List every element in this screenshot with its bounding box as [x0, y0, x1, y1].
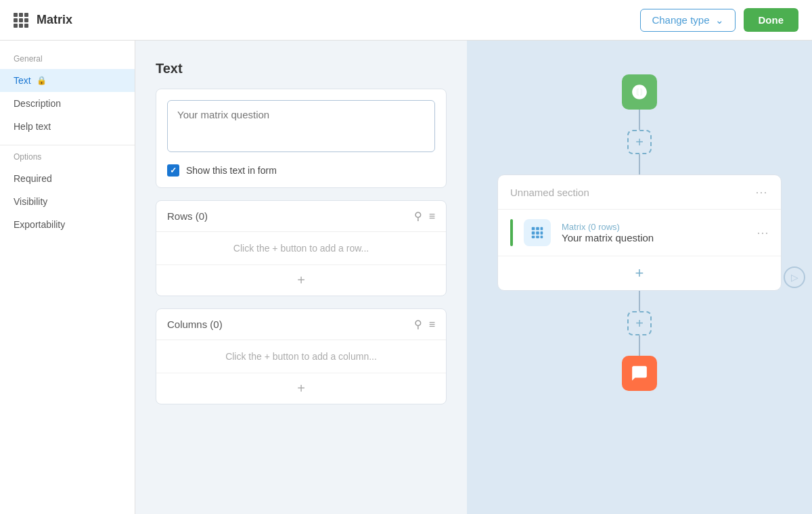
done-button[interactable]: Done — [744, 8, 799, 32]
svg-rect-4 — [541, 227, 543, 231]
options-section-label: Options — [0, 152, 135, 167]
svg-rect-10 — [541, 236, 543, 239]
matrix-item-title: Your matrix question — [562, 232, 746, 243]
change-type-label: Change type — [652, 14, 709, 26]
sidebar-item-description[interactable]: Description — [0, 92, 135, 115]
svg-rect-0 — [637, 89, 639, 95]
unnamed-section-block: Unnamed section ⋯ — [497, 174, 782, 291]
editor-panel: Text Show this text in form Rows (0) ⚲ ≡… — [135, 41, 467, 514]
flow-connector-4 — [639, 335, 640, 356]
flow-container: + Unnamed section ⋯ — [497, 74, 782, 391]
general-section-label: General — [0, 54, 135, 69]
section-plus-icon: + — [635, 264, 644, 281]
main-content: General Text 🔒 Description Help text Opt… — [0, 41, 812, 514]
columns-card: Columns (0) ⚲ ≡ Click the + button to ad… — [156, 308, 447, 404]
app-grid-icon — [14, 13, 28, 28]
columns-hint: Click the + button to add a column... — [156, 340, 446, 373]
rows-sort-icon[interactable]: ⚲ — [414, 211, 422, 222]
flow-connector-1 — [639, 110, 640, 130]
required-label: Required — [14, 173, 52, 184]
sidebar-description-label: Description — [14, 98, 61, 109]
text-card-body: Show this text in form — [156, 89, 446, 187]
columns-header: Columns (0) ⚲ ≡ — [156, 309, 446, 340]
flow-connector-3 — [639, 291, 640, 311]
sidebar-item-visibility[interactable]: Visibility — [0, 190, 135, 213]
rows-actions: ⚲ ≡ — [414, 211, 435, 222]
right-chevron-icon: ▷ — [791, 272, 798, 283]
matrix-item-dots-icon[interactable]: ⋯ — [757, 225, 769, 240]
svg-rect-5 — [532, 231, 535, 235]
text-card: Show this text in form — [156, 89, 447, 188]
rows-card: Rows (0) ⚲ ≡ Click the + button to add a… — [156, 200, 447, 296]
matrix-item-label: Matrix (0 rows) — [562, 222, 746, 232]
columns-menu-icon[interactable]: ≡ — [429, 319, 435, 330]
rows-title: Rows (0) — [167, 210, 414, 222]
show-text-checkbox[interactable] — [167, 164, 179, 177]
flow-add-btn-2[interactable]: + — [627, 311, 652, 335]
rows-plus-icon: + — [297, 273, 305, 287]
app-title: Matrix — [37, 13, 632, 27]
change-type-button[interactable]: Change type ⌄ — [640, 9, 735, 32]
svg-rect-2 — [532, 227, 535, 231]
show-text-row: Show this text in form — [167, 164, 435, 177]
svg-rect-7 — [541, 231, 543, 235]
rows-add-button[interactable]: + — [156, 265, 446, 296]
svg-rect-3 — [536, 227, 539, 231]
editor-title: Text — [156, 61, 447, 76]
svg-rect-6 — [536, 231, 539, 235]
sidebar-item-help-text[interactable]: Help text — [0, 115, 135, 138]
unnamed-section-label: Unnamed section — [510, 187, 589, 198]
flow-end-node — [622, 356, 657, 391]
matrix-item-content: Matrix (0 rows) Your matrix question — [562, 222, 746, 243]
matrix-icon-box — [524, 219, 551, 246]
columns-title: Columns (0) — [167, 319, 414, 330]
columns-sort-icon[interactable]: ⚲ — [414, 319, 422, 330]
right-arrow-button[interactable]: ▷ — [784, 266, 805, 288]
section-dots-icon[interactable]: ⋯ — [755, 185, 769, 200]
flow-add-icon-2: + — [635, 316, 644, 331]
exportability-label: Exportability — [14, 219, 65, 230]
flow-add-btn-1[interactable]: + — [627, 130, 652, 154]
sidebar-item-required[interactable]: Required — [0, 167, 135, 190]
columns-actions: ⚲ ≡ — [414, 319, 435, 330]
flow-panel: + Unnamed section ⋯ — [467, 41, 812, 514]
lock-icon: 🔒 — [37, 76, 47, 85]
sidebar-divider — [0, 145, 135, 145]
sidebar-text-label: Text — [14, 75, 31, 86]
show-text-label: Show this text in form — [186, 165, 277, 176]
svg-rect-9 — [536, 236, 539, 239]
flow-connector-2 — [639, 154, 640, 174]
visibility-label: Visibility — [14, 196, 47, 207]
sidebar-help-text-label: Help text — [14, 121, 51, 132]
rows-menu-icon[interactable]: ≡ — [429, 211, 435, 222]
flow-add-icon-1: + — [635, 135, 644, 150]
matrix-left-bar — [510, 219, 513, 246]
sidebar: General Text 🔒 Description Help text Opt… — [0, 41, 135, 514]
svg-rect-1 — [640, 89, 641, 95]
matrix-flow-item: Matrix (0 rows) Your matrix question ⋯ — [498, 210, 781, 256]
svg-rect-8 — [532, 236, 535, 239]
columns-plus-icon: + — [297, 381, 305, 396]
section-block-header: Unnamed section ⋯ — [498, 175, 781, 210]
sidebar-item-text[interactable]: Text 🔒 — [0, 69, 135, 92]
columns-add-button[interactable]: + — [156, 373, 446, 404]
matrix-question-input[interactable] — [167, 100, 435, 152]
flow-entry-node — [622, 74, 657, 110]
chevron-down-icon: ⌄ — [715, 14, 724, 26]
rows-header: Rows (0) ⚲ ≡ — [156, 201, 446, 232]
rows-hint: Click the + button to add a row... — [156, 232, 446, 265]
app-header: Matrix Change type ⌄ Done — [0, 0, 812, 41]
section-add-row[interactable]: + — [498, 256, 781, 290]
sidebar-item-exportability[interactable]: Exportability — [0, 213, 135, 236]
